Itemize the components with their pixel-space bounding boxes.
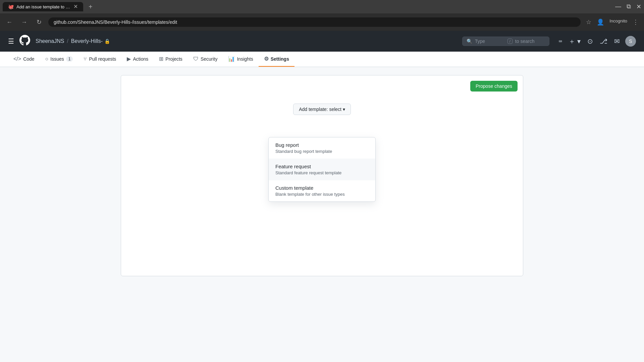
maximize-button[interactable]: ⧉ xyxy=(627,3,631,10)
browser-tab[interactable]: 🐙 Add an issue template to Shee ✕ xyxy=(3,2,83,11)
browser-titlebar: 🐙 Add an issue template to Shee ✕ + — ⧉ … xyxy=(0,0,644,13)
projects-icon: ⊞ xyxy=(159,56,163,62)
page-container: Propose changes Add template: select ▾ B… xyxy=(121,75,523,276)
nav-item-security[interactable]: 🛡 Security xyxy=(188,52,223,67)
main-content: Propose changes Add template: select ▾ B… xyxy=(0,67,644,362)
tab-close-button[interactable]: ✕ xyxy=(73,4,78,9)
breadcrumb: SheenaJNS / Beverly-Hills- 🔒 xyxy=(36,38,110,44)
address-bar-row: ← → ↻ ☆ 👤 Incognito ⋮ xyxy=(0,13,644,31)
avatar[interactable]: S xyxy=(625,36,636,47)
nav-label-insights: Insights xyxy=(237,56,253,62)
nav-item-issues[interactable]: ○ Issues 1 xyxy=(40,52,78,67)
custom-template-title: Custom template xyxy=(275,185,369,191)
breadcrumb-repo[interactable]: Beverly-Hills- 🔒 xyxy=(71,38,110,44)
insights-icon: 📊 xyxy=(228,56,235,62)
repo-lock-icon: 🔒 xyxy=(104,39,110,44)
settings-icon: ⚙ xyxy=(264,56,269,62)
nav-item-insights[interactable]: 📊 Insights xyxy=(223,52,258,67)
issues-badge: 1 xyxy=(66,56,73,62)
security-icon: 🛡 xyxy=(193,56,199,62)
back-button[interactable]: ← xyxy=(4,17,15,27)
nav-label-settings: Settings xyxy=(271,56,289,62)
template-select-area: Add template: select ▾ Bug report Standa… xyxy=(129,83,515,115)
breadcrumb-owner[interactable]: SheenaJNS xyxy=(36,38,64,44)
minimize-button[interactable]: — xyxy=(615,3,621,10)
url-bar[interactable] xyxy=(48,17,581,27)
search-placeholder-text: Type xyxy=(475,39,505,44)
menu-icon[interactable]: ⋮ xyxy=(631,17,640,27)
terminal-icon[interactable]: ⌨ xyxy=(557,37,564,46)
nav-label-security: Security xyxy=(201,56,218,62)
add-template-button[interactable]: Add template: select ▾ xyxy=(293,104,351,115)
nav-item-projects[interactable]: ⊞ Projects xyxy=(154,52,188,67)
nav-item-actions[interactable]: ▶ Actions xyxy=(121,52,154,67)
search-suffix-text: to search xyxy=(515,39,545,44)
repo-navigation: </> Code ○ Issues 1 ⑂ Pull requests ▶ Ac… xyxy=(0,52,644,67)
github-header: ☰ SheenaJNS / Beverly-Hills- 🔒 🔍 Type / … xyxy=(0,31,644,52)
nav-label-actions: Actions xyxy=(133,56,148,62)
nav-label-projects: Projects xyxy=(165,56,182,62)
dropdown-item-bug-report[interactable]: Bug report Standard bug report template xyxy=(269,137,375,159)
pull-requests-icon: ⑂ xyxy=(84,56,87,62)
search-bar[interactable]: 🔍 Type / to search xyxy=(462,37,549,46)
nav-label-issues: Issues xyxy=(50,56,64,62)
address-bar-icons: ☆ 👤 Incognito ⋮ xyxy=(585,17,640,27)
pull-request-icon[interactable]: ⎇ xyxy=(598,36,609,47)
profile-icon[interactable]: 👤 xyxy=(595,17,605,27)
tab-favicon: 🐙 xyxy=(8,4,14,9)
nav-item-code[interactable]: </> Code xyxy=(8,52,40,67)
code-icon: </> xyxy=(13,56,21,62)
bug-report-title: Bug report xyxy=(275,142,369,148)
feature-request-description: Standard feature request template xyxy=(275,170,369,175)
hamburger-icon[interactable]: ☰ xyxy=(8,37,14,45)
window-controls: — ⧉ ✕ xyxy=(615,3,641,10)
timer-icon[interactable]: ⊙ xyxy=(586,36,594,47)
search-shortcut-key: / xyxy=(507,39,513,44)
nav-item-pull-requests[interactable]: ⑂ Pull requests xyxy=(78,52,121,67)
create-new-icon[interactable]: ＋ ▾ xyxy=(567,36,582,47)
custom-template-description: Blank template for other issue types xyxy=(275,192,369,197)
issues-icon: ○ xyxy=(45,56,49,62)
add-template-wrapper: Add template: select ▾ Bug report Standa… xyxy=(293,104,351,115)
feature-request-title: Feature request xyxy=(275,164,369,169)
new-tab-button[interactable]: + xyxy=(86,2,95,12)
refresh-button[interactable]: ↻ xyxy=(34,17,44,27)
dropdown-item-custom-template[interactable]: Custom template Blank template for other… xyxy=(269,180,375,201)
actions-icon: ▶ xyxy=(127,56,131,62)
header-action-icons: ⌨ ＋ ▾ ⊙ ⎇ ✉ S xyxy=(557,36,636,47)
tab-title: Add an issue template to Shee xyxy=(16,4,71,9)
browser-window: 🐙 Add an issue template to Shee ✕ + — ⧉ … xyxy=(0,0,644,362)
search-icon: 🔍 xyxy=(467,39,472,44)
breadcrumb-separator: / xyxy=(67,38,68,44)
nav-item-settings[interactable]: ⚙ Settings xyxy=(259,52,294,67)
template-dropdown: Bug report Standard bug report template … xyxy=(268,137,376,202)
inbox-icon[interactable]: ✉ xyxy=(613,36,621,47)
forward-button[interactable]: → xyxy=(19,17,30,27)
github-logo[interactable] xyxy=(19,35,30,48)
bookmark-icon[interactable]: ☆ xyxy=(585,17,593,27)
nav-label-pull-requests: Pull requests xyxy=(89,56,116,62)
dropdown-item-feature-request[interactable]: Feature request Standard feature request… xyxy=(269,159,375,180)
incognito-label: Incognito xyxy=(608,17,629,27)
nav-label-code: Code xyxy=(23,56,34,62)
close-window-button[interactable]: ✕ xyxy=(636,3,641,10)
bug-report-description: Standard bug report template xyxy=(275,149,369,154)
